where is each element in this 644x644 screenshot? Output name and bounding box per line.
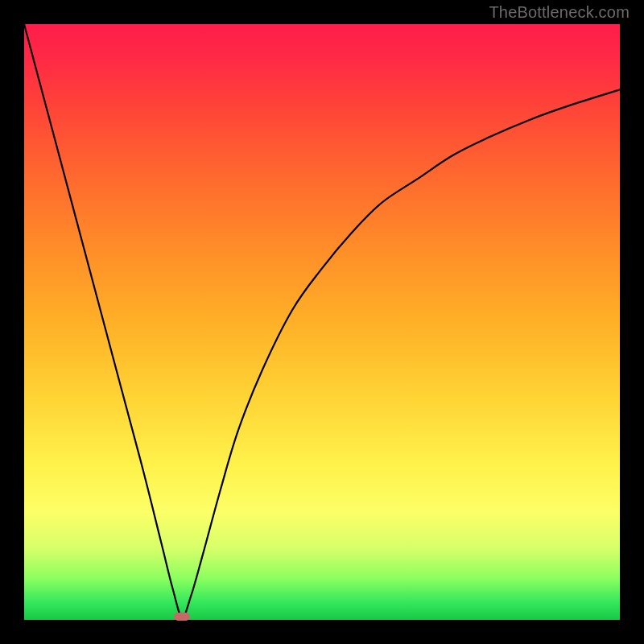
watermark-text: TheBottleneck.com: [489, 3, 630, 22]
chart-frame: TheBottleneck.com: [0, 0, 644, 644]
curve-svg: [24, 24, 620, 620]
bottleneck-curve: [24, 24, 620, 617]
optimal-marker: [174, 613, 190, 621]
plot-area: [24, 24, 620, 620]
